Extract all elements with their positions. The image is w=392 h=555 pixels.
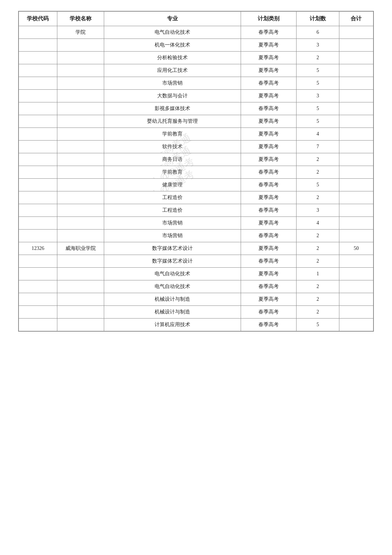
cell-type: 夏季高考 [241,242,297,255]
cell-total [339,153,373,166]
cell-total [339,102,373,115]
cell-total [339,64,373,77]
table-row: 商务日语一高考通夏季高考2 [19,153,373,166]
cell-count: 5 [297,77,339,90]
header-row: 学校代码 学校名称 专业 计划类别 计划数 合计 [19,12,373,26]
cell-count: 2 [297,52,339,64]
cell-major: 大数据与会计 [104,90,241,102]
table-row: 机械设计与制造春季高考2 [19,306,373,319]
cell-major: 工程造价 [104,191,241,204]
cell-count: 2 [297,153,339,166]
cell-type: 夏季高考 [241,268,297,280]
cell-code [19,179,57,191]
table-row: 学前教育众@©通考春季高考2 [19,166,373,179]
cell-major: 数字媒体艺术设计 [104,242,241,255]
cell-count: 7 [297,141,339,153]
cell-major: 婴幼儿托育服务与管理 [104,115,241,128]
cell-count: 3 [297,90,339,102]
cell-school [57,102,104,115]
cell-type: 夏季高考 [241,153,297,166]
cell-count: 2 [297,306,339,319]
table-row: 数字媒体艺术设计春季高考2 [19,255,373,268]
cell-school [57,179,104,191]
cell-type: 夏季高考 [241,39,297,52]
cell-school [57,319,104,331]
cell-total [339,52,373,64]
cell-total [339,255,373,268]
cell-school [57,268,104,280]
cell-count: 5 [297,64,339,77]
cell-school [57,115,104,128]
cell-school [57,293,104,306]
cell-school [57,90,104,102]
cell-type: 夏季高考 [241,128,297,141]
table-row: 大数据与会计夏季高考3 [19,90,373,102]
cell-school [57,39,104,52]
table-row: 学院电气自动化技术春季高考6 [19,26,373,39]
table-row: 机电一体化技术夏季高考3 [19,39,373,52]
cell-type: 春季高考 [241,166,297,179]
cell-code [19,217,57,230]
cell-count: 2 [297,230,339,242]
cell-type: 夏季高考 [241,64,297,77]
cell-type: 夏季高考 [241,191,297,204]
cell-code [19,268,57,280]
cell-count: 5 [297,102,339,115]
cell-major: 学前教育众@©通考 [104,166,241,179]
cell-code [19,52,57,64]
cell-major: 电气自动化技术 [104,280,241,293]
table-row: 软件技术一高考通夏季高考7 [19,141,373,153]
cell-type: 春季高考 [241,26,297,39]
cell-type: 春季高考 [241,255,297,268]
cell-total [339,39,373,52]
cell-count: 3 [297,204,339,217]
cell-code [19,115,57,128]
cell-code [19,77,57,90]
cell-total [339,319,373,331]
table-row: 市场营销春季高考5 [19,77,373,90]
cell-school [57,280,104,293]
cell-total [339,268,373,280]
table-row: 电气自动化技术夏季高考1 [19,268,373,280]
cell-school [57,191,104,204]
cell-major: 市场营销 [104,217,241,230]
cell-code [19,102,57,115]
cell-count: 2 [297,242,339,255]
header-count: 计划数 [297,12,339,26]
cell-major: 机电一体化技术 [104,39,241,52]
cell-school [57,306,104,319]
cell-count: 1 [297,268,339,280]
cell-type: 春季高考 [241,319,297,331]
cell-major: 商务日语一高考通 [104,153,241,166]
cell-major: 电气自动化技术 [104,268,241,280]
cell-type: 夏季高考 [241,90,297,102]
cell-school [57,153,104,166]
cell-major: 电气自动化技术 [104,26,241,39]
cell-type: 春季高考 [241,280,297,293]
cell-type: 夏季高考 [241,115,297,128]
cell-count: 5 [297,319,339,331]
cell-total [339,191,373,204]
cell-code [19,64,57,77]
cell-major: 软件技术一高考通 [104,141,241,153]
cell-type: 夏季高考 [241,293,297,306]
table-row: 机械设计与制造夏季高考2 [19,293,373,306]
cell-major: 分析检验技术 [104,52,241,64]
cell-count: 3 [297,39,339,52]
cell-code [19,293,57,306]
cell-code [19,166,57,179]
cell-total [339,293,373,306]
cell-school [57,166,104,179]
cell-type: 春季高考 [241,77,297,90]
cell-type: 春季高考 [241,306,297,319]
cell-school [57,141,104,153]
cell-count: 6 [297,26,339,39]
cell-code [19,230,57,242]
cell-code [19,128,57,141]
cell-type: 春季高考 [241,204,297,217]
table-row: 12326威海职业学院数字媒体艺术设计夏季高考250 [19,242,373,255]
cell-type: 春季高考 [241,179,297,191]
table-row: 市场营销夏季高考4 [19,217,373,230]
table-row: 健康管理众@©通考春季高考5 [19,179,373,191]
cell-count: 4 [297,128,339,141]
